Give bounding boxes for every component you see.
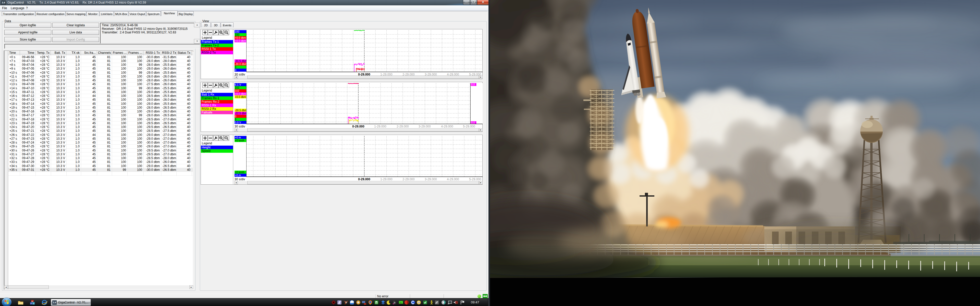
svg-text:0.0: 0.0 <box>471 83 475 86</box>
svg-text:HP: HP <box>418 302 420 303</box>
svg-text:F: F <box>30 303 32 304</box>
svg-text:C: C <box>33 303 34 304</box>
svg-text:H: H <box>32 301 33 303</box>
svg-text:0.0: 0.0 <box>471 121 475 124</box>
svg-text:7z: 7z <box>399 301 401 304</box>
